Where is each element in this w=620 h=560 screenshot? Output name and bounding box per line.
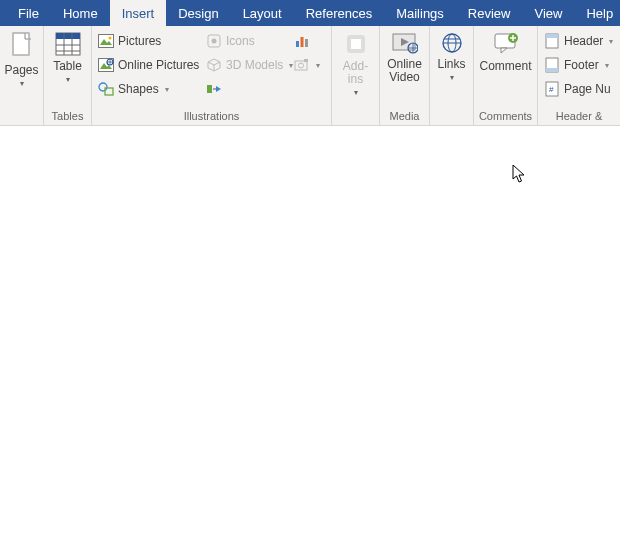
- comment-label: Comment: [479, 60, 531, 73]
- svg-point-17: [212, 39, 217, 44]
- svg-rect-41: [546, 68, 558, 72]
- table-icon: [55, 32, 81, 56]
- comment-button[interactable]: Comment: [478, 28, 533, 106]
- svg-text:#: #: [549, 85, 554, 94]
- caret-icon: ▾: [609, 37, 613, 46]
- pages-button[interactable]: Pages ▾: [4, 28, 39, 106]
- links-button[interactable]: Links ▾: [434, 28, 469, 106]
- icons-icon: [206, 33, 222, 49]
- footer-button[interactable]: Footer ▾: [542, 54, 619, 76]
- illustrations-group-label: Illustrations: [96, 108, 327, 125]
- chart-button[interactable]: [292, 30, 326, 52]
- links-icon: [439, 32, 465, 54]
- addins-button: Add-ins ▾: [336, 28, 375, 106]
- footer-icon: [544, 57, 560, 73]
- table-button[interactable]: Table ▾: [48, 28, 87, 106]
- pictures-button[interactable]: Pictures: [96, 30, 204, 52]
- header-icon: [544, 33, 560, 49]
- menu-design[interactable]: Design: [166, 0, 230, 26]
- ribbon: Pages ▾ Table ▾ Tables Pictures: [0, 26, 620, 126]
- svg-marker-19: [216, 86, 221, 92]
- online-video-button[interactable]: Online Video: [384, 28, 425, 106]
- pictures-icon: [98, 33, 114, 49]
- 3d-models-label: 3D Models: [226, 58, 283, 72]
- pictures-label: Pictures: [118, 34, 161, 48]
- header-button[interactable]: Header ▾: [542, 30, 619, 52]
- 3d-models-button: 3D Models ▾: [204, 54, 292, 76]
- links-label: Links: [437, 58, 465, 71]
- svg-point-10: [109, 37, 112, 40]
- caret-icon: ▾: [354, 88, 358, 97]
- menu-home[interactable]: Home: [51, 0, 110, 26]
- shapes-button[interactable]: Shapes ▾: [96, 78, 204, 100]
- online-pictures-label: Online Pictures: [118, 58, 199, 72]
- svg-point-24: [299, 63, 304, 68]
- menu-layout[interactable]: Layout: [231, 0, 294, 26]
- svg-point-14: [99, 83, 107, 91]
- menu-mailings[interactable]: Mailings: [384, 0, 456, 26]
- 3d-models-icon: [206, 57, 222, 73]
- page-icon: [10, 32, 34, 60]
- document-area[interactable]: [0, 126, 620, 560]
- smartart-icon: [206, 81, 222, 97]
- icons-button: Icons: [204, 30, 292, 52]
- addins-label: Add-ins: [336, 60, 375, 86]
- svg-marker-36: [501, 48, 507, 53]
- comment-icon: [493, 32, 519, 56]
- comments-group-label: Comments: [478, 108, 533, 125]
- page-number-button[interactable]: # Page Nu: [542, 78, 619, 100]
- headerfooter-group-label: Header &: [542, 108, 616, 125]
- menu-help[interactable]: Help: [574, 0, 620, 26]
- shapes-icon: [98, 81, 114, 97]
- smartart-button[interactable]: [204, 78, 292, 100]
- page-number-icon: #: [544, 81, 560, 97]
- svg-rect-27: [351, 39, 361, 49]
- header-label: Header: [564, 34, 603, 48]
- screenshot-button: ▾: [292, 54, 326, 76]
- svg-rect-25: [304, 59, 308, 62]
- menu-references[interactable]: References: [294, 0, 384, 26]
- addins-icon: [343, 32, 369, 56]
- svg-rect-39: [546, 34, 558, 38]
- footer-label: Footer: [564, 58, 599, 72]
- caret-icon: ▾: [605, 61, 609, 70]
- caret-icon: ▾: [165, 85, 169, 94]
- menu-view[interactable]: View: [522, 0, 574, 26]
- svg-rect-22: [305, 39, 308, 47]
- svg-rect-21: [301, 37, 304, 47]
- svg-rect-20: [296, 41, 299, 47]
- caret-icon: ▾: [66, 75, 70, 84]
- tables-group-label: Tables: [48, 108, 87, 125]
- menu-review[interactable]: Review: [456, 0, 523, 26]
- media-group-label: Media: [384, 108, 425, 125]
- svg-rect-23: [295, 61, 307, 70]
- video-label: Online Video: [384, 58, 425, 84]
- video-icon: [392, 32, 418, 54]
- chart-icon: [294, 33, 310, 49]
- online-pictures-button[interactable]: Online Pictures: [96, 54, 204, 76]
- svg-rect-18: [207, 85, 212, 93]
- svg-rect-3: [56, 33, 80, 39]
- table-label: Table: [53, 60, 82, 73]
- screenshot-icon: [294, 57, 310, 73]
- svg-rect-8: [99, 35, 114, 48]
- mouse-cursor-icon: [512, 164, 526, 184]
- caret-icon: ▾: [316, 61, 320, 70]
- caret-icon: ▾: [450, 73, 454, 82]
- shapes-label: Shapes: [118, 82, 159, 96]
- svg-rect-0: [13, 33, 29, 55]
- icons-label: Icons: [226, 34, 255, 48]
- pages-label: Pages: [4, 64, 38, 77]
- menu-bar: File Home Insert Design Layout Reference…: [0, 0, 620, 26]
- menu-file[interactable]: File: [6, 0, 51, 26]
- caret-icon: ▾: [20, 79, 24, 88]
- page-number-label: Page Nu: [564, 82, 611, 96]
- online-pictures-icon: [98, 57, 114, 73]
- menu-insert[interactable]: Insert: [110, 0, 167, 26]
